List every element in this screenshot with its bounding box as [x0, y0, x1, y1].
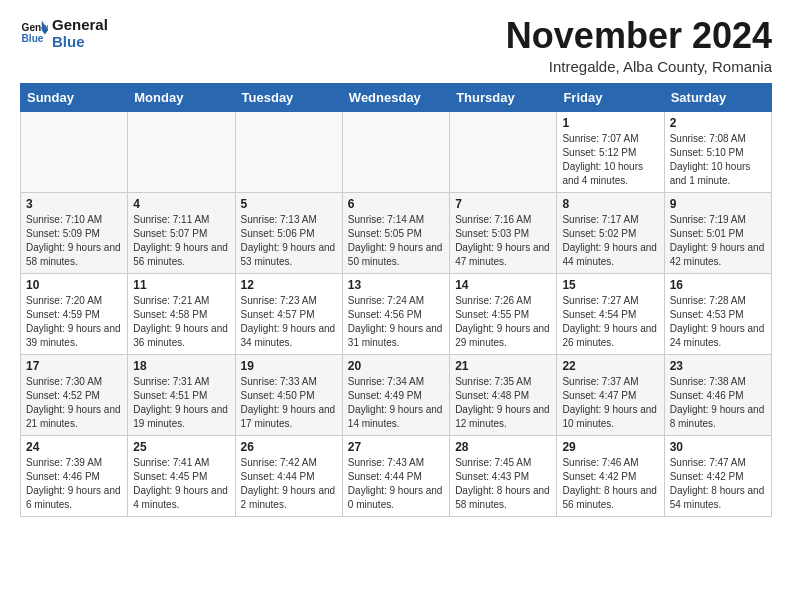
- day-info: Sunrise: 7:07 AM Sunset: 5:12 PM Dayligh…: [562, 132, 658, 188]
- table-row: 21Sunrise: 7:35 AM Sunset: 4:48 PM Dayli…: [450, 354, 557, 435]
- day-number: 24: [26, 440, 122, 454]
- day-number: 4: [133, 197, 229, 211]
- calendar-week-row: 10Sunrise: 7:20 AM Sunset: 4:59 PM Dayli…: [21, 273, 772, 354]
- header-wednesday: Wednesday: [342, 83, 449, 111]
- day-info: Sunrise: 7:47 AM Sunset: 4:42 PM Dayligh…: [670, 456, 766, 512]
- table-row: 13Sunrise: 7:24 AM Sunset: 4:56 PM Dayli…: [342, 273, 449, 354]
- table-row: [450, 111, 557, 192]
- table-row: [342, 111, 449, 192]
- day-info: Sunrise: 7:31 AM Sunset: 4:51 PM Dayligh…: [133, 375, 229, 431]
- day-info: Sunrise: 7:37 AM Sunset: 4:47 PM Dayligh…: [562, 375, 658, 431]
- location-subtitle: Intregalde, Alba County, Romania: [506, 58, 772, 75]
- day-info: Sunrise: 7:46 AM Sunset: 4:42 PM Dayligh…: [562, 456, 658, 512]
- day-number: 14: [455, 278, 551, 292]
- logo-line2: Blue: [52, 33, 108, 50]
- header-saturday: Saturday: [664, 83, 771, 111]
- table-row: 26Sunrise: 7:42 AM Sunset: 4:44 PM Dayli…: [235, 435, 342, 516]
- day-info: Sunrise: 7:34 AM Sunset: 4:49 PM Dayligh…: [348, 375, 444, 431]
- day-number: 30: [670, 440, 766, 454]
- day-info: Sunrise: 7:39 AM Sunset: 4:46 PM Dayligh…: [26, 456, 122, 512]
- day-number: 11: [133, 278, 229, 292]
- day-info: Sunrise: 7:28 AM Sunset: 4:53 PM Dayligh…: [670, 294, 766, 350]
- day-number: 10: [26, 278, 122, 292]
- table-row: 14Sunrise: 7:26 AM Sunset: 4:55 PM Dayli…: [450, 273, 557, 354]
- table-row: 24Sunrise: 7:39 AM Sunset: 4:46 PM Dayli…: [21, 435, 128, 516]
- table-row: 18Sunrise: 7:31 AM Sunset: 4:51 PM Dayli…: [128, 354, 235, 435]
- day-info: Sunrise: 7:21 AM Sunset: 4:58 PM Dayligh…: [133, 294, 229, 350]
- day-number: 22: [562, 359, 658, 373]
- day-number: 23: [670, 359, 766, 373]
- day-info: Sunrise: 7:19 AM Sunset: 5:01 PM Dayligh…: [670, 213, 766, 269]
- day-info: Sunrise: 7:14 AM Sunset: 5:05 PM Dayligh…: [348, 213, 444, 269]
- day-number: 2: [670, 116, 766, 130]
- day-number: 28: [455, 440, 551, 454]
- logo: General Blue General Blue: [20, 16, 108, 51]
- table-row: 15Sunrise: 7:27 AM Sunset: 4:54 PM Dayli…: [557, 273, 664, 354]
- day-number: 1: [562, 116, 658, 130]
- day-number: 13: [348, 278, 444, 292]
- svg-text:Blue: Blue: [22, 34, 44, 45]
- day-info: Sunrise: 7:30 AM Sunset: 4:52 PM Dayligh…: [26, 375, 122, 431]
- day-number: 3: [26, 197, 122, 211]
- day-info: Sunrise: 7:26 AM Sunset: 4:55 PM Dayligh…: [455, 294, 551, 350]
- day-number: 20: [348, 359, 444, 373]
- table-row: 17Sunrise: 7:30 AM Sunset: 4:52 PM Dayli…: [21, 354, 128, 435]
- day-number: 15: [562, 278, 658, 292]
- day-number: 9: [670, 197, 766, 211]
- table-row: 10Sunrise: 7:20 AM Sunset: 4:59 PM Dayli…: [21, 273, 128, 354]
- table-row: 22Sunrise: 7:37 AM Sunset: 4:47 PM Dayli…: [557, 354, 664, 435]
- day-info: Sunrise: 7:38 AM Sunset: 4:46 PM Dayligh…: [670, 375, 766, 431]
- day-info: Sunrise: 7:35 AM Sunset: 4:48 PM Dayligh…: [455, 375, 551, 431]
- calendar-table: Sunday Monday Tuesday Wednesday Thursday…: [20, 83, 772, 517]
- header-monday: Monday: [128, 83, 235, 111]
- table-row: 28Sunrise: 7:45 AM Sunset: 4:43 PM Dayli…: [450, 435, 557, 516]
- logo-icon: General Blue: [20, 19, 48, 47]
- table-row: 27Sunrise: 7:43 AM Sunset: 4:44 PM Dayli…: [342, 435, 449, 516]
- day-number: 6: [348, 197, 444, 211]
- day-info: Sunrise: 7:13 AM Sunset: 5:06 PM Dayligh…: [241, 213, 337, 269]
- table-row: 30Sunrise: 7:47 AM Sunset: 4:42 PM Dayli…: [664, 435, 771, 516]
- day-number: 12: [241, 278, 337, 292]
- day-number: 29: [562, 440, 658, 454]
- table-row: [21, 111, 128, 192]
- day-number: 19: [241, 359, 337, 373]
- header: General Blue General Blue November 2024 …: [20, 16, 772, 75]
- day-number: 21: [455, 359, 551, 373]
- title-section: November 2024 Intregalde, Alba County, R…: [506, 16, 772, 75]
- day-info: Sunrise: 7:41 AM Sunset: 4:45 PM Dayligh…: [133, 456, 229, 512]
- day-number: 26: [241, 440, 337, 454]
- day-info: Sunrise: 7:33 AM Sunset: 4:50 PM Dayligh…: [241, 375, 337, 431]
- day-info: Sunrise: 7:17 AM Sunset: 5:02 PM Dayligh…: [562, 213, 658, 269]
- day-info: Sunrise: 7:24 AM Sunset: 4:56 PM Dayligh…: [348, 294, 444, 350]
- table-row: 9Sunrise: 7:19 AM Sunset: 5:01 PM Daylig…: [664, 192, 771, 273]
- day-number: 18: [133, 359, 229, 373]
- day-info: Sunrise: 7:16 AM Sunset: 5:03 PM Dayligh…: [455, 213, 551, 269]
- table-row: 29Sunrise: 7:46 AM Sunset: 4:42 PM Dayli…: [557, 435, 664, 516]
- table-row: 8Sunrise: 7:17 AM Sunset: 5:02 PM Daylig…: [557, 192, 664, 273]
- header-tuesday: Tuesday: [235, 83, 342, 111]
- day-number: 7: [455, 197, 551, 211]
- table-row: [128, 111, 235, 192]
- day-info: Sunrise: 7:20 AM Sunset: 4:59 PM Dayligh…: [26, 294, 122, 350]
- table-row: 6Sunrise: 7:14 AM Sunset: 5:05 PM Daylig…: [342, 192, 449, 273]
- day-number: 16: [670, 278, 766, 292]
- day-info: Sunrise: 7:23 AM Sunset: 4:57 PM Dayligh…: [241, 294, 337, 350]
- calendar-week-row: 17Sunrise: 7:30 AM Sunset: 4:52 PM Dayli…: [21, 354, 772, 435]
- day-info: Sunrise: 7:27 AM Sunset: 4:54 PM Dayligh…: [562, 294, 658, 350]
- table-row: 4Sunrise: 7:11 AM Sunset: 5:07 PM Daylig…: [128, 192, 235, 273]
- calendar-week-row: 3Sunrise: 7:10 AM Sunset: 5:09 PM Daylig…: [21, 192, 772, 273]
- header-thursday: Thursday: [450, 83, 557, 111]
- day-number: 8: [562, 197, 658, 211]
- table-row: 5Sunrise: 7:13 AM Sunset: 5:06 PM Daylig…: [235, 192, 342, 273]
- day-number: 27: [348, 440, 444, 454]
- table-row: [235, 111, 342, 192]
- table-row: 1Sunrise: 7:07 AM Sunset: 5:12 PM Daylig…: [557, 111, 664, 192]
- calendar-week-row: 24Sunrise: 7:39 AM Sunset: 4:46 PM Dayli…: [21, 435, 772, 516]
- header-friday: Friday: [557, 83, 664, 111]
- day-info: Sunrise: 7:11 AM Sunset: 5:07 PM Dayligh…: [133, 213, 229, 269]
- header-sunday: Sunday: [21, 83, 128, 111]
- table-row: 2Sunrise: 7:08 AM Sunset: 5:10 PM Daylig…: [664, 111, 771, 192]
- day-number: 25: [133, 440, 229, 454]
- table-row: 3Sunrise: 7:10 AM Sunset: 5:09 PM Daylig…: [21, 192, 128, 273]
- table-row: 7Sunrise: 7:16 AM Sunset: 5:03 PM Daylig…: [450, 192, 557, 273]
